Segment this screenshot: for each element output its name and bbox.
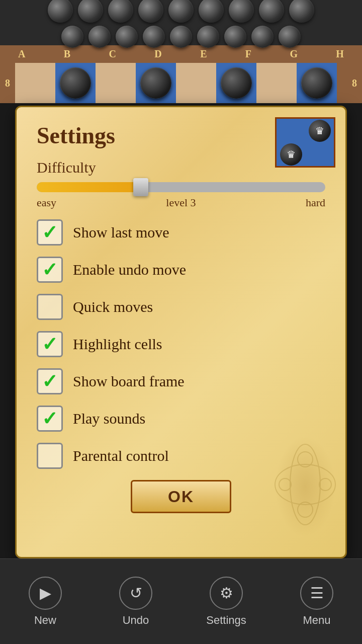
option-row-quick_moves[interactable]: Quick moves xyxy=(37,294,325,320)
slider-label-easy: easy xyxy=(37,196,56,209)
option-row-highlight_cells[interactable]: ✓Highlight cells xyxy=(37,331,325,357)
checker-h8 xyxy=(301,67,332,99)
slider-fill xyxy=(37,182,146,192)
checkmark-enable_undo: ✓ xyxy=(42,260,58,279)
option-label-enable_undo: Enable undo move xyxy=(73,261,186,278)
checkmark-highlight_cells: ✓ xyxy=(42,335,58,354)
row-label-8-right: 8 xyxy=(347,77,362,89)
piece xyxy=(229,0,254,23)
svg-point-0 xyxy=(290,444,320,525)
checker-b8 xyxy=(60,67,91,99)
cell-f8 xyxy=(216,63,256,103)
ok-button[interactable]: OK xyxy=(131,480,231,513)
difficulty-slider-container[interactable] xyxy=(37,182,325,192)
svg-point-2 xyxy=(298,452,313,467)
nav-item-menu[interactable]: ☰ Menu xyxy=(272,577,362,627)
option-row-enable_undo[interactable]: ✓Enable undo move xyxy=(37,257,325,283)
preview-cell-1 xyxy=(277,119,305,142)
option-label-show_board_frame: Show board frame xyxy=(73,373,185,390)
piece xyxy=(170,26,192,48)
piece xyxy=(88,26,111,48)
col-label-g: G xyxy=(290,48,298,60)
nav-label-menu: Menu xyxy=(303,614,330,627)
col-label-b: B xyxy=(64,48,70,60)
piece xyxy=(197,26,219,48)
menu-icon[interactable]: ☰ xyxy=(300,577,333,610)
slider-label-hard: hard xyxy=(306,196,325,209)
preview-king-top: ♛ xyxy=(309,120,331,142)
option-label-parental_control: Parental control xyxy=(73,447,169,464)
preview-cell-3: ♛ xyxy=(277,142,305,166)
slider-track[interactable] xyxy=(37,182,325,192)
piece xyxy=(168,0,194,23)
checker-f8 xyxy=(221,67,252,99)
preview-king-bottom: ♛ xyxy=(280,143,302,166)
piece xyxy=(199,0,224,23)
preview-cell-4 xyxy=(305,142,334,166)
slider-label-level: level 3 xyxy=(166,196,196,209)
nav-label-undo: Undo xyxy=(123,614,149,627)
checkbox-highlight_cells[interactable]: ✓ xyxy=(37,331,63,357)
undo-icon[interactable]: ↺ xyxy=(119,577,152,610)
nav-label-new: New xyxy=(34,614,56,627)
piece xyxy=(61,26,83,48)
options-container: ✓Show last move✓Enable undo moveQuick mo… xyxy=(37,219,325,469)
nav-item-undo[interactable]: ↺ Undo xyxy=(90,577,181,627)
option-label-quick_moves: Quick moves xyxy=(73,298,153,315)
piece xyxy=(116,26,138,48)
svg-point-4 xyxy=(279,478,291,491)
checkbox-show_board_frame[interactable]: ✓ xyxy=(37,368,63,394)
cell-d8 xyxy=(136,63,176,103)
option-label-highlight_cells: Highlight cells xyxy=(73,336,162,353)
checkbox-play_sounds[interactable]: ✓ xyxy=(37,406,63,432)
cell-c8 xyxy=(96,63,136,103)
option-row-show_board_frame[interactable]: ✓Show board frame xyxy=(37,368,325,394)
piece xyxy=(289,0,314,23)
col-label-f: F xyxy=(245,48,251,60)
col-labels: A B C D E F G H xyxy=(18,47,344,61)
piece xyxy=(143,26,165,48)
cell-a8 xyxy=(15,63,55,103)
board-header: A B C D E F G H xyxy=(0,45,362,63)
settings-panel: ♛ ♛ Settings Difficulty easy level 3 har… xyxy=(15,106,347,558)
piece xyxy=(279,26,301,48)
piece xyxy=(48,0,73,23)
checkbox-quick_moves[interactable] xyxy=(37,294,63,320)
svg-point-5 xyxy=(319,478,331,491)
piece xyxy=(251,26,274,48)
play-icon[interactable]: ▶ xyxy=(29,577,62,610)
option-label-play_sounds: Play sounds xyxy=(73,410,145,427)
col-label-a: A xyxy=(18,48,25,60)
option-row-play_sounds[interactable]: ✓Play sounds xyxy=(37,406,325,432)
piece xyxy=(259,0,284,23)
col-label-h: H xyxy=(336,48,344,60)
col-label-d: D xyxy=(154,48,161,60)
option-row-parental_control[interactable]: Parental control xyxy=(37,443,325,469)
settings-icon[interactable]: ⚙ xyxy=(210,577,243,610)
checkbox-enable_undo[interactable]: ✓ xyxy=(37,257,63,283)
nav-item-settings[interactable]: ⚙ Settings xyxy=(181,577,272,627)
nav-label-settings: Settings xyxy=(206,614,246,627)
cell-e8 xyxy=(176,63,216,103)
option-row-show_last_move[interactable]: ✓Show last move xyxy=(37,219,325,246)
checkbox-parental_control[interactable] xyxy=(37,443,63,469)
piece xyxy=(224,26,246,48)
board-cells-8 xyxy=(15,63,347,103)
col-label-c: C xyxy=(109,48,116,60)
checkmark-play_sounds: ✓ xyxy=(42,409,58,428)
ok-button-container: OK xyxy=(37,480,325,513)
pieces-row-2 xyxy=(61,26,301,48)
slider-labels: easy level 3 hard xyxy=(37,196,325,209)
board-row-8: 8 8 xyxy=(0,63,362,103)
slider-thumb[interactable] xyxy=(133,178,148,196)
top-pieces-area xyxy=(0,0,362,45)
svg-point-1 xyxy=(275,464,335,505)
piece xyxy=(78,0,103,23)
checkmark-show_board_frame: ✓ xyxy=(42,372,58,391)
piece xyxy=(138,0,163,23)
piece xyxy=(108,0,133,23)
nav-item-new[interactable]: ▶ New xyxy=(0,577,90,627)
checkbox-show_last_move[interactable]: ✓ xyxy=(37,219,63,246)
cell-h8 xyxy=(297,63,337,103)
col-label-e: E xyxy=(200,48,207,60)
